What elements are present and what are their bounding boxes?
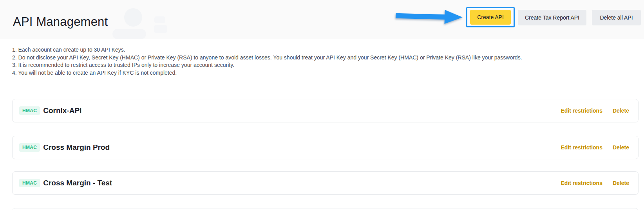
delete-link[interactable]: Delete bbox=[613, 108, 629, 114]
api-key-card-partial bbox=[12, 208, 639, 210]
page-title: API Management bbox=[13, 15, 108, 29]
edit-restrictions-link[interactable]: Edit restrictions bbox=[561, 144, 602, 151]
api-key-name: Cross Margin - Test bbox=[43, 179, 112, 187]
api-management-page: API Management Create API Create Tax Rep… bbox=[0, 0, 644, 210]
delete-link[interactable]: Delete bbox=[613, 180, 629, 186]
edit-restrictions-link[interactable]: Edit restrictions bbox=[561, 180, 602, 186]
api-key-card: HMAC Cornix-API Edit restrictions Delete bbox=[12, 99, 639, 122]
instruction-line: 1. Each account can create up to 30 API … bbox=[12, 46, 522, 54]
api-key-card: HMAC Cross Margin - Test Edit restrictio… bbox=[12, 171, 639, 195]
delete-link[interactable]: Delete bbox=[613, 144, 629, 151]
edit-restrictions-link[interactable]: Edit restrictions bbox=[561, 108, 602, 114]
key-type-badge: HMAC bbox=[19, 179, 40, 187]
card-actions: Edit restrictions Delete bbox=[561, 180, 629, 186]
instruction-line: 4. You will not be able to create an API… bbox=[12, 69, 522, 77]
delete-all-api-button[interactable]: Delete all API bbox=[592, 10, 641, 25]
faded-avatar-body bbox=[112, 29, 146, 39]
instructions-list: 1. Each account can create up to 30 API … bbox=[12, 46, 522, 77]
create-tax-report-api-button[interactable]: Create Tax Report API bbox=[518, 10, 586, 25]
card-actions: Edit restrictions Delete bbox=[561, 108, 629, 114]
api-key-card: HMAC Cross Margin Prod Edit restrictions… bbox=[12, 136, 639, 159]
key-type-badge: HMAC bbox=[19, 143, 40, 152]
key-type-badge: HMAC bbox=[19, 106, 40, 115]
faded-placeholder-block bbox=[154, 16, 165, 23]
instruction-line: 2. Do not disclose your API Key, Secret … bbox=[12, 54, 522, 62]
faded-avatar-icon bbox=[124, 8, 142, 27]
pointer-arrow-icon bbox=[394, 7, 464, 27]
api-key-name: Cross Margin Prod bbox=[43, 143, 110, 152]
create-api-button[interactable]: Create API bbox=[470, 10, 511, 25]
highlight-box: Create API bbox=[466, 7, 515, 27]
page-header: API Management Create API Create Tax Rep… bbox=[0, 0, 644, 39]
instruction-line: 3. It is recommended to restrict access … bbox=[12, 61, 522, 69]
card-actions: Edit restrictions Delete bbox=[561, 144, 629, 151]
api-key-name: Cornix-API bbox=[43, 106, 81, 115]
faded-placeholder-block bbox=[154, 25, 167, 33]
